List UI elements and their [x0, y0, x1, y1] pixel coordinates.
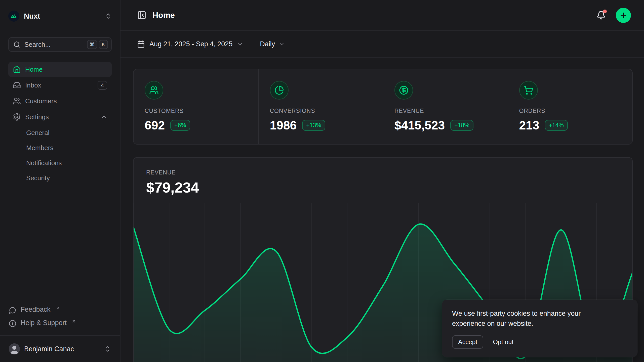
calendar-icon — [137, 40, 145, 48]
sidebar-item-settings[interactable]: Settings — [8, 109, 112, 124]
search-input[interactable]: Search... ⌘ K — [8, 37, 112, 52]
kbd-k: K — [99, 40, 108, 49]
avatar — [9, 343, 20, 354]
change-badge: +6% — [170, 120, 190, 131]
sidebar-item-customers[interactable]: Customers — [8, 94, 112, 109]
sidebar: Nuxt Search... ⌘ K Home Inbox 4 — [0, 0, 120, 362]
users-icon — [145, 81, 163, 100]
search-placeholder: Search... — [24, 41, 51, 49]
message-circle-icon — [9, 306, 16, 314]
external-link-icon — [71, 319, 76, 324]
divider — [0, 335, 120, 336]
revenue-header: REVENUE $79,234 — [134, 158, 632, 196]
sidebar-collapse-icon[interactable] — [137, 11, 146, 20]
opt-out-button[interactable]: Opt out — [493, 338, 513, 346]
stat-customers[interactable]: CUSTOMERS 692 +6% — [134, 69, 258, 144]
sidebar-item-home[interactable]: Home — [8, 62, 112, 77]
external-link-icon — [55, 306, 60, 310]
stat-orders[interactable]: ORDERS 213 +14% — [508, 69, 632, 144]
sidebar-footer: Feedback Help & Support Benjamin Canac — [8, 303, 112, 356]
nuxt-logo-icon — [8, 11, 19, 22]
inbox-count-badge: 4 — [98, 81, 107, 90]
user-menu[interactable]: Benjamin Canac — [8, 342, 112, 356]
chevron-down-icon — [278, 41, 285, 47]
plus-icon — [619, 11, 627, 19]
stat-revenue[interactable]: REVENUE $415,523 +18% — [383, 69, 508, 144]
change-badge: +14% — [545, 120, 568, 131]
sidebar-nav: Home Inbox 4 Customers Settings Genera — [8, 62, 112, 186]
gear-icon — [13, 113, 21, 121]
feedback-link[interactable]: Feedback — [8, 303, 112, 316]
pie-chart-icon — [270, 81, 289, 100]
stats-card: CUSTOMERS 692 +6% CONVERSIONS 1986 +13% — [133, 69, 633, 145]
dollar-circle-icon — [394, 81, 413, 100]
cookie-message: We use first-party cookies to enhance yo… — [452, 309, 603, 329]
search-icon — [13, 41, 20, 48]
shopping-cart-icon — [519, 81, 538, 100]
search-shortcut: ⌘ K — [87, 40, 108, 49]
notification-dot — [603, 10, 607, 13]
cookie-banner: We use first-party cookies to enhance yo… — [442, 300, 637, 357]
chevron-down-icon — [237, 41, 243, 47]
stat-conversions[interactable]: CONVERSIONS 1986 +13% — [258, 69, 383, 144]
sidebar-item-members[interactable]: Members — [8, 140, 112, 155]
header-actions — [596, 8, 631, 23]
notifications-button[interactable] — [596, 11, 606, 20]
date-range-picker[interactable]: Aug 21, 2025 - Sep 4, 2025 — [137, 40, 243, 48]
revenue-label: REVENUE — [146, 169, 620, 176]
change-badge: +18% — [450, 120, 473, 131]
change-badge: +13% — [302, 120, 325, 131]
inbox-icon — [13, 81, 21, 89]
help-support-link[interactable]: Help & Support — [8, 316, 112, 330]
add-button[interactable] — [616, 8, 631, 23]
workspace-switcher[interactable]: Nuxt — [8, 9, 112, 23]
sidebar-item-general[interactable]: General — [8, 125, 112, 140]
stat-value: $415,523 — [394, 118, 445, 132]
page-header: Home — [120, 0, 644, 31]
info-circle-icon — [9, 319, 16, 327]
chevron-up-icon — [101, 114, 107, 120]
sidebar-item-notifications[interactable]: Notifications — [8, 155, 112, 170]
filters-toolbar: Aug 21, 2025 - Sep 4, 2025 Daily — [120, 31, 644, 58]
house-icon — [13, 65, 21, 73]
revenue-total: $79,234 — [146, 179, 620, 196]
page-title: Home — [152, 11, 175, 20]
stat-value: 1986 — [270, 118, 297, 132]
accept-button[interactable]: Accept — [452, 335, 483, 349]
chevrons-up-down-icon — [105, 13, 112, 20]
user-name: Benjamin Canac — [24, 345, 74, 353]
brand-name: Nuxt — [24, 12, 40, 20]
kbd-meta: ⌘ — [87, 40, 97, 49]
cookie-actions: Accept Opt out — [452, 335, 627, 349]
users-icon — [13, 97, 21, 105]
sidebar-item-security[interactable]: Security — [8, 170, 112, 186]
stat-value: 692 — [145, 118, 165, 132]
sidebar-item-inbox[interactable]: Inbox 4 — [8, 78, 112, 93]
interval-select[interactable]: Daily — [260, 40, 285, 48]
settings-subnav: General Members Notifications Security — [8, 125, 112, 186]
stat-value: 213 — [519, 118, 539, 132]
chevrons-up-down-icon — [104, 345, 111, 352]
